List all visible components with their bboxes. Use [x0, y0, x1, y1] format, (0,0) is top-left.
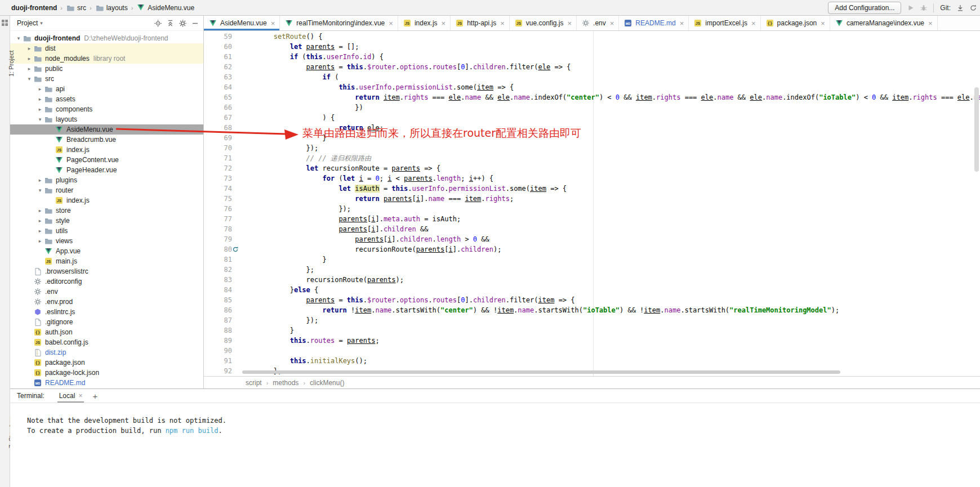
hide-panel-icon[interactable]	[191, 20, 199, 27]
tree-item[interactable]: ▾router	[10, 185, 203, 195]
close-icon[interactable]: ×	[567, 20, 572, 27]
tree-item[interactable]: ▸public	[10, 64, 203, 74]
tree-item[interactable]: {}package-lock.json	[10, 368, 203, 378]
project-toolwindow-button[interactable]: 1: Project	[8, 51, 15, 77]
chevron-right-icon[interactable]: ▸	[25, 46, 33, 51]
tree-item[interactable]: {}package.json	[10, 358, 203, 368]
tree-item[interactable]: JSbabel.config.js	[10, 337, 203, 347]
editor-breadcrumb-item[interactable]: clickMenu()	[310, 379, 344, 387]
tree-item[interactable]: ▾duoji-frontendD:\zheheWeb\duoji-fronten…	[10, 33, 203, 43]
close-icon[interactable]: ×	[500, 20, 505, 27]
tree-item[interactable]: JSindex.js	[10, 145, 203, 155]
tree-item[interactable]: ▸style	[10, 216, 203, 226]
close-icon[interactable]: ×	[442, 20, 446, 27]
tree-item[interactable]: PageHeader.vue	[10, 165, 203, 175]
editor-breadcrumb-item[interactable]: script	[246, 379, 262, 387]
editor-tab[interactable]: JSvue.config.js×	[510, 16, 577, 30]
editor-tab[interactable]: JSimportExcel.js×	[689, 16, 760, 30]
horizontal-scrollbar[interactable]	[242, 370, 840, 374]
chevron-right-icon[interactable]: ▸	[36, 96, 44, 102]
chevron-right-icon[interactable]: ▸	[36, 106, 44, 112]
locate-file-icon[interactable]	[154, 20, 162, 27]
collapse-all-icon[interactable]	[167, 20, 174, 27]
chevron-right-icon[interactable]: ▸	[36, 218, 44, 224]
close-icon[interactable]: ×	[389, 20, 393, 27]
tree-item[interactable]: JSmain.js	[10, 256, 203, 266]
close-icon[interactable]: ×	[680, 20, 684, 27]
close-icon[interactable]: ×	[928, 20, 933, 27]
editor-breadcrumb-item[interactable]: methods	[273, 379, 299, 387]
tree-item[interactable]: .browserslistrc	[10, 266, 203, 276]
terminal-tab-local[interactable]: Local ×	[56, 389, 86, 403]
editor-tab[interactable]: realTimeMonitoring\index.vue×	[280, 16, 398, 30]
editor-tab[interactable]: MDREADME.md×	[619, 16, 689, 30]
code-line: 59setRoute() {	[204, 32, 980, 42]
line-number: 63	[204, 72, 241, 82]
close-icon[interactable]: ×	[751, 20, 756, 27]
breadcrumb-item[interactable]: layouts	[95, 4, 128, 12]
chevron-right-icon[interactable]: ▸	[36, 228, 44, 234]
tree-item[interactable]: {}auth.json	[10, 327, 203, 337]
tree-item[interactable]: App.vue	[10, 246, 203, 256]
chevron-right-icon[interactable]: ▸	[36, 208, 44, 213]
close-icon[interactable]: ×	[821, 20, 825, 27]
tree-item[interactable]: PageContent.vue	[10, 155, 203, 165]
tree-item[interactable]: ▸views	[10, 236, 203, 246]
vcs-update-icon[interactable]	[957, 5, 964, 11]
tree-item[interactable]: .eslintrc.js	[10, 307, 203, 317]
gear-icon	[581, 20, 590, 26]
tree-item[interactable]: .editorconfig	[10, 276, 203, 287]
tree-item[interactable]: AsideMenu.vue	[10, 124, 203, 135]
vcs-refresh-icon[interactable]	[970, 5, 977, 11]
tree-item[interactable]: ▸plugins	[10, 175, 203, 185]
tree-item[interactable]: ▸assets	[10, 94, 203, 104]
chevron-right-icon[interactable]: ▸	[36, 177, 44, 183]
tree-item[interactable]: ▸node_moduleslibrary root	[10, 53, 203, 64]
editor-tab[interactable]: {}package.json×	[761, 16, 830, 30]
tree-item[interactable]: ▾src	[10, 74, 203, 84]
add-configuration-button[interactable]: Add Configuration...	[828, 2, 901, 14]
breadcrumb-item[interactable]: AsideMenu.vue	[136, 4, 194, 12]
chevron-down-icon[interactable]: ▾	[36, 117, 44, 122]
tree-item[interactable]: JSindex.js	[10, 195, 203, 205]
tree-item[interactable]: .gitignore	[10, 317, 203, 327]
tree-item[interactable]: dist.zip	[10, 347, 203, 358]
settings-gear-icon[interactable]	[179, 20, 186, 27]
line-number: 71	[204, 153, 241, 163]
new-terminal-button[interactable]: +	[92, 391, 97, 401]
chevron-right-icon[interactable]: ▸	[25, 66, 33, 72]
chevron-down-icon[interactable]: ▾	[36, 187, 44, 193]
run-icon[interactable]	[907, 5, 914, 11]
breadcrumb-item[interactable]: duoji-frontend	[11, 4, 57, 12]
project-view-selector[interactable]: Project ▾	[17, 19, 43, 27]
vertical-scrollbar[interactable]	[974, 87, 979, 172]
code-line: 76});	[204, 204, 980, 214]
chevron-right-icon[interactable]: ▸	[36, 238, 44, 244]
tree-item[interactable]: ▸components	[10, 104, 203, 114]
tree-item[interactable]: ▸utils	[10, 226, 203, 236]
debug-icon[interactable]	[920, 5, 927, 11]
tree-item[interactable]: .env	[10, 287, 203, 297]
tool-windows-icon[interactable]	[2, 20, 8, 26]
chevron-down-icon[interactable]: ▾	[15, 35, 23, 41]
breadcrumb-item[interactable]: src	[66, 4, 86, 12]
editor-tab[interactable]: cameraManage\index.vue×	[830, 16, 938, 30]
tree-item[interactable]: MDREADME.md	[10, 378, 203, 388]
tree-item[interactable]: ▸store	[10, 205, 203, 216]
editor-tab[interactable]: .env×	[577, 16, 619, 30]
chevron-right-icon[interactable]: ▸	[36, 86, 44, 92]
tree-item[interactable]: ▾layouts	[10, 114, 203, 124]
tree-item[interactable]: Breadcrumb.vue	[10, 135, 203, 145]
editor-tab[interactable]: JShttp-api.js×	[451, 16, 510, 30]
close-icon[interactable]: ×	[78, 392, 82, 400]
editor-tab[interactable]: AsideMenu.vue×	[204, 16, 280, 30]
code-editor[interactable]: 59setRoute() {60let parents = [];61if (t…	[204, 31, 980, 376]
tree-item[interactable]: ▸dist	[10, 43, 203, 53]
editor-tab[interactable]: JSindex.js×	[398, 16, 451, 30]
tree-item[interactable]: .env.prod	[10, 297, 203, 307]
close-icon[interactable]: ×	[610, 20, 614, 27]
tree-item[interactable]: ▸api	[10, 84, 203, 94]
chevron-down-icon[interactable]: ▾	[25, 76, 33, 82]
close-icon[interactable]: ×	[271, 20, 275, 27]
chevron-right-icon[interactable]: ▸	[25, 56, 33, 61]
